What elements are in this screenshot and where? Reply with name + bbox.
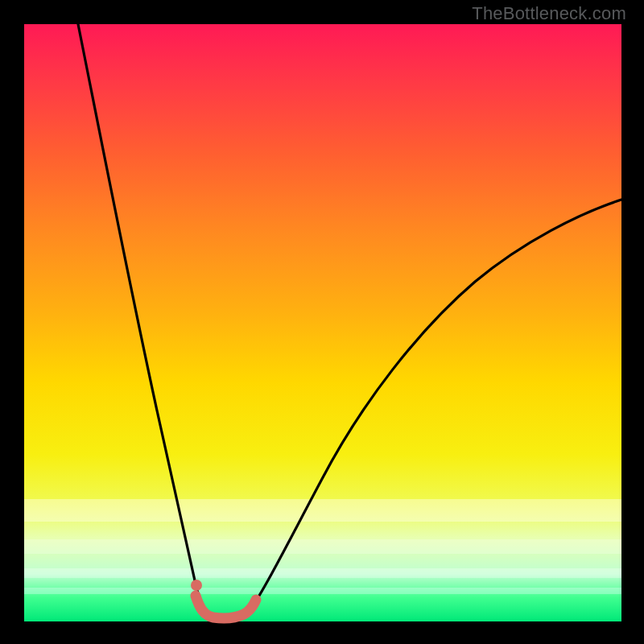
curve-valley-highlight	[196, 596, 256, 618]
chart-frame: TheBottleneck.com	[0, 0, 644, 644]
curve-left	[78, 24, 205, 613]
watermark-text: TheBottleneck.com	[472, 3, 626, 24]
curve-right	[248, 200, 621, 613]
valley-dot	[191, 580, 202, 591]
plot-area	[24, 24, 621, 621]
chart-svg	[24, 24, 621, 621]
